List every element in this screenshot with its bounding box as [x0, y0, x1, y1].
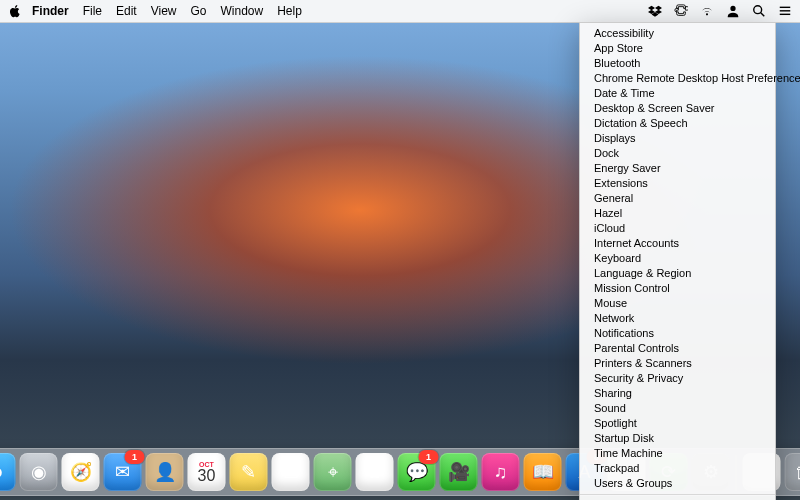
dock-itunes[interactable]: ♫	[482, 453, 520, 491]
menu-help[interactable]: Help	[277, 4, 302, 18]
dock-notes[interactable]: ✎	[230, 453, 268, 491]
dock-messages[interactable]: 💬1	[398, 453, 436, 491]
menu-item-language-region[interactable]: Language & Region	[580, 266, 775, 281]
dock-photos[interactable]: ✿	[356, 453, 394, 491]
menu-item-app-store[interactable]: App Store	[580, 41, 775, 56]
menu-bar: Finder File Edit View Go Window Help	[0, 0, 800, 23]
clover-icon[interactable]	[674, 4, 688, 18]
menu-item-desktop-screen-saver[interactable]: Desktop & Screen Saver	[580, 101, 775, 116]
menu-item-hazel[interactable]: Hazel	[580, 206, 775, 221]
dock-finder[interactable]: ☻	[0, 453, 16, 491]
svg-rect-4	[780, 14, 791, 15]
svg-line-1	[761, 13, 765, 17]
menu-item-sharing[interactable]: Sharing	[580, 386, 775, 401]
badge: 1	[125, 450, 145, 464]
menu-item-bluetooth[interactable]: Bluetooth	[580, 56, 775, 71]
dock-reminders[interactable]: ☑	[272, 453, 310, 491]
menu-item-startup-disk[interactable]: Startup Disk	[580, 431, 775, 446]
dock-ibooks[interactable]: 📖	[524, 453, 562, 491]
dock-maps[interactable]: ⌖	[314, 453, 352, 491]
menu-go[interactable]: Go	[191, 4, 207, 18]
menu-item-mouse[interactable]: Mouse	[580, 296, 775, 311]
menu-item-spotlight[interactable]: Spotlight	[580, 416, 775, 431]
dock-trash[interactable]: 🗑	[785, 453, 801, 491]
menu-item-parental-controls[interactable]: Parental Controls	[580, 341, 775, 356]
menu-item-mission-control[interactable]: Mission Control	[580, 281, 775, 296]
menu-item-chrome-remote-desktop-host-preferences[interactable]: Chrome Remote Desktop Host Preferences	[580, 71, 775, 86]
menu-item-icloud[interactable]: iCloud	[580, 221, 775, 236]
user-icon[interactable]	[726, 4, 740, 18]
menu-item-network[interactable]: Network	[580, 311, 775, 326]
dock-facetime[interactable]: 🎥	[440, 453, 478, 491]
dock-launchpad[interactable]: ◉	[20, 453, 58, 491]
app-menu[interactable]: Finder	[32, 4, 69, 18]
menu-item-printers-scanners[interactable]: Printers & Scanners	[580, 356, 775, 371]
menu-item-trackpad[interactable]: Trackpad	[580, 461, 775, 476]
dock-calendar[interactable]: OCT30	[188, 453, 226, 491]
menu-bar-status	[648, 4, 792, 18]
menu-view[interactable]: View	[151, 4, 177, 18]
menu-item-dock[interactable]: Dock	[580, 146, 775, 161]
apple-menu-icon[interactable]	[8, 4, 22, 18]
menu-bar-items: Finder File Edit View Go Window Help	[32, 4, 302, 18]
dock-contacts[interactable]: 👤	[146, 453, 184, 491]
menu-item-accessibility[interactable]: Accessibility	[580, 26, 775, 41]
svg-point-0	[754, 6, 762, 14]
menu-item-sound[interactable]: Sound	[580, 401, 775, 416]
menu-file[interactable]: File	[83, 4, 102, 18]
menu-item-extensions[interactable]: Extensions	[580, 176, 775, 191]
dock-mail[interactable]: ✉1	[104, 453, 142, 491]
notification-center-icon[interactable]	[778, 4, 792, 18]
spotlight-icon[interactable]	[752, 4, 766, 18]
menu-item-dictation-speech[interactable]: Dictation & Speech	[580, 116, 775, 131]
wifi-icon[interactable]	[700, 4, 714, 18]
menu-item-keyboard[interactable]: Keyboard	[580, 251, 775, 266]
menu-item-time-machine[interactable]: Time Machine	[580, 446, 775, 461]
menu-window[interactable]: Window	[221, 4, 264, 18]
menu-item-general[interactable]: General	[580, 191, 775, 206]
menu-item-security-privacy[interactable]: Security & Privacy	[580, 371, 775, 386]
menu-item-users-groups[interactable]: Users & Groups	[580, 476, 775, 491]
dock-safari[interactable]: 🧭	[62, 453, 100, 491]
menu-item-internet-accounts[interactable]: Internet Accounts	[580, 236, 775, 251]
menu-item-displays[interactable]: Displays	[580, 131, 775, 146]
svg-rect-3	[780, 10, 791, 11]
menu-item-date-time[interactable]: Date & Time	[580, 86, 775, 101]
spotlight-results-menu: AccessibilityApp StoreBluetoothChrome Re…	[579, 22, 776, 500]
dropbox-icon[interactable]	[648, 4, 662, 18]
menu-edit[interactable]: Edit	[116, 4, 137, 18]
svg-rect-2	[780, 7, 791, 8]
menu-item-notifications[interactable]: Notifications	[580, 326, 775, 341]
badge: 1	[419, 450, 439, 464]
menu-item-energy-saver[interactable]: Energy Saver	[580, 161, 775, 176]
